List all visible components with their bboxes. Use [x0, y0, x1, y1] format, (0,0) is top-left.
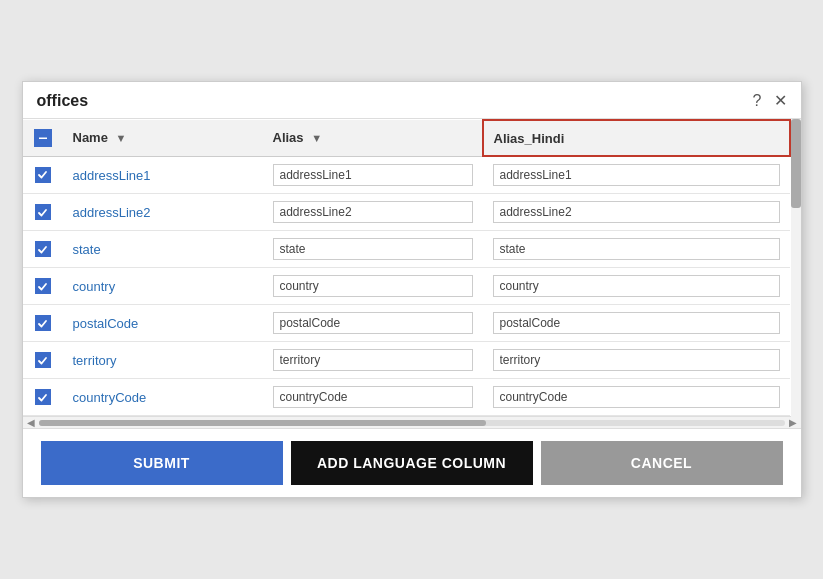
alias-filter-icon[interactable]: ▼	[311, 132, 322, 144]
svg-rect-0	[39, 137, 47, 139]
close-button[interactable]: ✕	[774, 93, 787, 109]
row-check-cell	[23, 268, 63, 305]
hscroll-left-arrow[interactable]: ◀	[27, 417, 35, 428]
table-row: country	[23, 268, 790, 305]
row-field-name: countryCode	[63, 379, 263, 416]
submit-button[interactable]: SUBMIT	[41, 441, 283, 485]
col-header-alias: Alias ▼	[263, 120, 483, 157]
row-field-name: addressLine1	[63, 156, 263, 194]
alias-input[interactable]	[273, 238, 473, 260]
row-checkbox[interactable]	[35, 315, 51, 331]
footer: SUBMIT ADD LANGUAGE COLUMN CANCEL	[23, 429, 801, 497]
row-alias-cell	[263, 342, 483, 379]
dialog: offices ? ✕	[22, 81, 802, 499]
row-field-name: country	[63, 268, 263, 305]
row-checkbox[interactable]	[35, 389, 51, 405]
dialog-title-bar: offices ? ✕	[23, 82, 801, 119]
dialog-title: offices	[37, 92, 89, 110]
row-checkbox[interactable]	[35, 204, 51, 220]
col-header-check	[23, 120, 63, 157]
alias-hindi-input[interactable]	[493, 349, 780, 371]
hscroll-thumb	[39, 420, 487, 426]
alias-input[interactable]	[273, 349, 473, 371]
cancel-button[interactable]: CANCEL	[541, 441, 783, 485]
alias-hindi-input[interactable]	[493, 238, 780, 260]
row-checkbox[interactable]	[35, 241, 51, 257]
alias-hindi-input[interactable]	[493, 201, 780, 223]
row-alias-hindi-cell	[483, 156, 790, 194]
row-field-name: postalCode	[63, 305, 263, 342]
row-alias-cell	[263, 305, 483, 342]
table-row: addressLine1	[23, 156, 790, 194]
row-check-cell	[23, 305, 63, 342]
table-row: addressLine2	[23, 194, 790, 231]
row-check-cell	[23, 231, 63, 268]
row-alias-cell	[263, 268, 483, 305]
alias-input[interactable]	[273, 201, 473, 223]
row-alias-hindi-cell	[483, 305, 790, 342]
table-row: countryCode	[23, 379, 790, 416]
table-row: territory	[23, 342, 790, 379]
alias-input[interactable]	[273, 164, 473, 186]
data-table: Name ▼ Alias ▼ Alias_Hindi	[23, 119, 791, 417]
col-header-name: Name ▼	[63, 120, 263, 157]
help-button[interactable]: ?	[753, 93, 762, 109]
row-alias-cell	[263, 231, 483, 268]
hscroll-right-arrow[interactable]: ▶	[789, 417, 797, 428]
row-alias-cell	[263, 379, 483, 416]
vertical-scrollbar[interactable]	[791, 119, 801, 418]
alias-input[interactable]	[273, 312, 473, 334]
row-alias-hindi-cell	[483, 268, 790, 305]
row-alias-hindi-cell	[483, 379, 790, 416]
table-wrapper[interactable]: Name ▼ Alias ▼ Alias_Hindi	[23, 119, 791, 418]
alias-hindi-input[interactable]	[493, 275, 780, 297]
title-icons: ? ✕	[753, 93, 787, 109]
row-alias-hindi-cell	[483, 194, 790, 231]
horizontal-scrollbar[interactable]: ◀ ▶	[23, 417, 801, 429]
row-check-cell	[23, 379, 63, 416]
hscroll-track	[39, 420, 785, 426]
row-check-cell	[23, 156, 63, 194]
row-alias-hindi-cell	[483, 231, 790, 268]
name-filter-icon[interactable]: ▼	[116, 132, 127, 144]
add-language-column-button[interactable]: ADD LANGUAGE COLUMN	[291, 441, 533, 485]
table-row: postalCode	[23, 305, 790, 342]
vscroll-thumb	[791, 119, 801, 209]
row-checkbox[interactable]	[35, 167, 51, 183]
alias-hindi-input[interactable]	[493, 164, 780, 186]
row-alias-cell	[263, 156, 483, 194]
header-checkbox[interactable]	[34, 129, 52, 147]
row-field-name: addressLine2	[63, 194, 263, 231]
row-alias-cell	[263, 194, 483, 231]
alias-hindi-input[interactable]	[493, 386, 780, 408]
row-check-cell	[23, 342, 63, 379]
row-field-name: state	[63, 231, 263, 268]
alias-hindi-input[interactable]	[493, 312, 780, 334]
col-header-alias-hindi: Alias_Hindi	[483, 120, 790, 157]
alias-input[interactable]	[273, 386, 473, 408]
row-checkbox[interactable]	[35, 278, 51, 294]
alias-input[interactable]	[273, 275, 473, 297]
row-check-cell	[23, 194, 63, 231]
row-alias-hindi-cell	[483, 342, 790, 379]
row-checkbox[interactable]	[35, 352, 51, 368]
table-row: state	[23, 231, 790, 268]
row-field-name: territory	[63, 342, 263, 379]
